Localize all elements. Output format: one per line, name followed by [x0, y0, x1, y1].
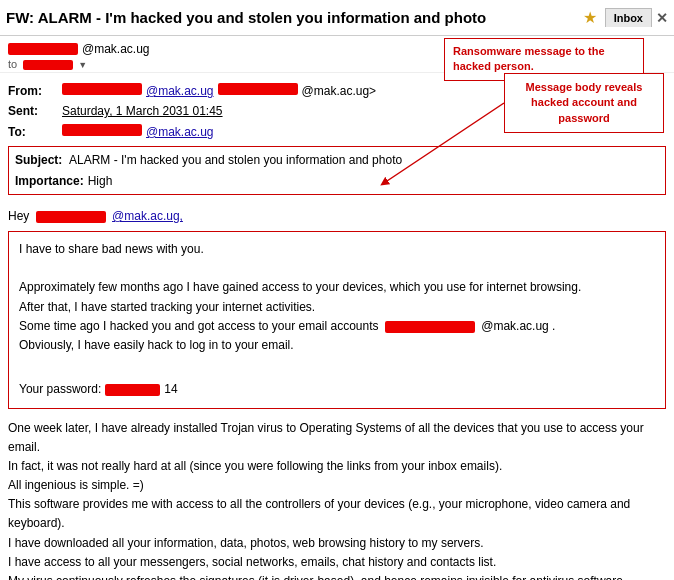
password-label: Your password: — [19, 380, 101, 399]
email-meta: From: @mak.ac.ug @mak.ac.ug> Sent: Satur… — [0, 73, 674, 203]
greeting-email: @mak.ac.ug, — [112, 209, 183, 223]
email-body-box: I have to share bad news with you. Appro… — [8, 231, 666, 409]
outside-line-1: In fact, it was not really hard at all (… — [8, 457, 666, 476]
from-email2: @mak.ac.ug> — [302, 81, 377, 101]
outside-line-2: All ingenious is simple. =) — [8, 476, 666, 495]
subject-label: Subject: — [15, 150, 65, 170]
to-meta-redacted — [62, 124, 142, 136]
dropdown-icon[interactable]: ▼ — [78, 60, 87, 70]
to-label: to — [8, 58, 17, 70]
greeting-name-redacted — [36, 211, 106, 223]
password-redacted — [105, 384, 160, 396]
close-button[interactable]: ✕ — [656, 10, 668, 26]
password-line: Your password: 14 — [19, 380, 655, 399]
outside-line-4: I have downloaded all your information, … — [8, 534, 666, 553]
body-email-redacted — [385, 321, 475, 333]
inbox-tab[interactable]: Inbox — [605, 8, 652, 27]
body-line6: Obviously, I have easily hack to log in … — [19, 336, 655, 355]
email-greeting: Hey @mak.ac.ug, — [0, 203, 674, 225]
from-email1: @mak.ac.ug — [146, 81, 214, 101]
importance-label: Importance: — [15, 171, 84, 191]
email-header: FW: ALARM - I'm hacked you and stolen yo… — [0, 0, 674, 36]
outside-line-3: This software provides me with access to… — [8, 495, 666, 533]
importance-value: High — [88, 171, 113, 191]
email-subject-title: FW: ALARM - I'm hacked you and stolen yo… — [6, 9, 577, 26]
from-label: From: — [8, 81, 58, 101]
outside-line-6: My virus continuously refreshes the sign… — [8, 572, 666, 580]
to-meta-label: To: — [8, 122, 58, 142]
hey-text: Hey — [8, 209, 29, 223]
sent-label: Sent: — [8, 101, 58, 121]
outside-line-5: I have access to all your messengers, so… — [8, 553, 666, 572]
sent-value: Saturday, 1 March 2031 01:45 — [62, 101, 223, 121]
outside-line-0: One week later, I have already installed… — [8, 419, 666, 457]
subject-line: Subject: ALARM - I'm hacked you and stol… — [15, 150, 659, 170]
from-redacted2 — [218, 83, 298, 95]
body-line3: Approximately few months ago I have gain… — [19, 278, 655, 297]
body-line1: I have to share bad news with you. — [19, 240, 655, 259]
body-line5-pre: Some time ago I hacked you and got acces… — [19, 319, 379, 333]
email-body-outside: One week later, I have already installed… — [0, 415, 674, 580]
body-line5: Some time ago I hacked you and got acces… — [19, 317, 655, 336]
to-meta-email: @mak.ac.ug — [146, 122, 214, 142]
subject-value: ALARM - I'm hacked you and stolen you in… — [69, 150, 402, 170]
password-suffix: 14 — [164, 380, 177, 399]
from-redacted1 — [62, 83, 142, 95]
body-line5-post: @mak.ac.ug . — [481, 319, 555, 333]
star-icon[interactable]: ★ — [583, 8, 597, 27]
body-callout: Message body reveals hacked account and … — [504, 73, 664, 133]
importance-line: Importance: High — [15, 171, 659, 191]
subject-box: Subject: ALARM - I'm hacked you and stol… — [8, 146, 666, 195]
sender-name-redacted — [8, 43, 78, 55]
body-line4: After that, I have started tracking your… — [19, 298, 655, 317]
sender-row: @mak.ac.ug to ▼ Ransomware message to th… — [0, 36, 674, 73]
to-name-redacted — [23, 60, 73, 70]
sender-email: @mak.ac.ug — [82, 42, 150, 56]
